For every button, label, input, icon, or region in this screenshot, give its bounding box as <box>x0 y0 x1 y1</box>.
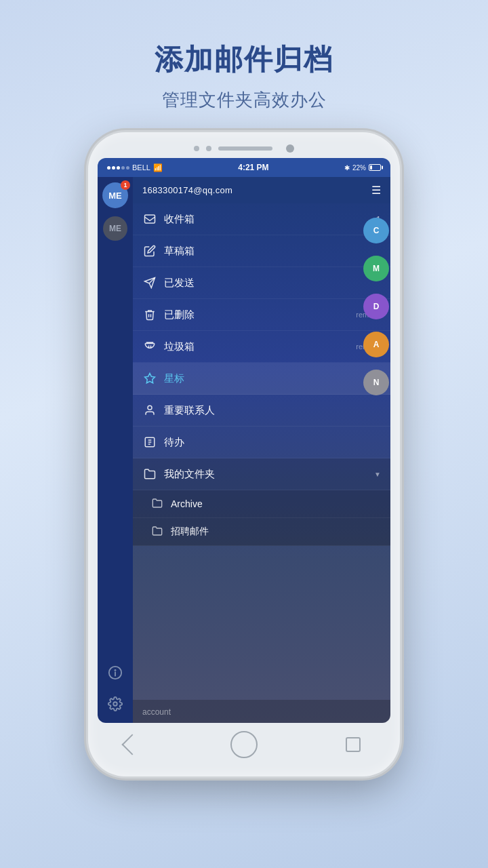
junk-item[interactable]: 垃圾箱 remove <box>133 331 390 363</box>
svg-point-8 <box>148 406 152 410</box>
inbox-item[interactable]: 收件箱 1 <box>133 203 390 235</box>
todo-icon <box>142 435 157 450</box>
starred-item[interactable]: 星标 <box>133 363 390 395</box>
recruit-folder-icon <box>152 526 164 538</box>
bottom-bar: account <box>133 700 390 723</box>
svg-rect-4 <box>145 215 155 223</box>
status-right: ✱ 22% <box>344 164 381 172</box>
settings-button[interactable] <box>103 692 127 716</box>
phone-screen: BELL 📶 4:21 PM ✱ 22% ME 1 ME <box>98 158 390 723</box>
menu-panel: 1683300174@qq.com ☰ 收件箱 1 <box>133 177 390 723</box>
camera-dot <box>286 144 294 153</box>
folders-chevron: ▼ <box>374 471 381 478</box>
nav-back-icon <box>121 734 142 755</box>
account-header: 1683300174@qq.com ☰ <box>133 177 390 203</box>
deleted-icon <box>142 307 157 322</box>
avatar-badge: 1 <box>121 180 130 190</box>
speaker-dot-2 <box>206 146 211 151</box>
folders-label: 我的文件夹 <box>164 468 371 481</box>
drafts-icon <box>142 243 157 258</box>
page-subtitle: 管理文件夹高效办公 <box>155 88 333 112</box>
signal-dot-5 <box>126 166 129 170</box>
time-display: 4:21 PM <box>238 163 268 172</box>
nav-home-button[interactable] <box>230 731 258 758</box>
speaker-bar <box>218 146 272 151</box>
wifi-icon: 📶 <box>153 163 163 172</box>
info-button[interactable] <box>103 660 127 685</box>
important-contacts-label: 重要联系人 <box>164 404 381 417</box>
account-email: 1683300174@qq.com <box>142 185 232 195</box>
todo-item[interactable]: 待办 <box>133 427 390 458</box>
page-header: 添加邮件归档 管理文件夹高效办公 <box>155 0 333 132</box>
signal-dot-3 <box>117 166 120 170</box>
battery-percent: 22% <box>352 164 366 172</box>
battery-icon <box>369 164 381 171</box>
phone-top-bar <box>98 144 390 153</box>
secondary-avatar-label: ME <box>109 224 121 233</box>
sent-icon <box>142 275 157 290</box>
page-title: 添加邮件归档 <box>155 41 333 79</box>
carrier-label: BELL <box>132 163 150 172</box>
status-bar: BELL 📶 4:21 PM ✱ 22% <box>98 158 390 177</box>
starred-icon <box>142 371 157 386</box>
starred-label: 星标 <box>164 372 381 385</box>
todo-label: 待办 <box>164 436 381 449</box>
archive-folder-label: Archive <box>171 498 203 509</box>
phone-bottom-nav <box>98 723 390 762</box>
status-left: BELL 📶 <box>107 163 163 172</box>
right-avatar-n[interactable]: N <box>363 370 389 395</box>
screen-content: ME 1 ME <box>98 177 390 723</box>
right-avatar-c[interactable]: C <box>363 218 389 243</box>
signal-dot-1 <box>107 166 110 170</box>
phone-frame: BELL 📶 4:21 PM ✱ 22% ME 1 ME <box>88 132 400 776</box>
right-avatar-m[interactable]: M <box>363 256 389 281</box>
archive-folder-icon <box>152 498 164 510</box>
recruit-folder-item[interactable]: 招聘邮件 <box>133 518 390 546</box>
deleted-item[interactable]: 已删除 remove <box>133 299 390 331</box>
nav-back-button[interactable] <box>125 734 145 755</box>
folders-icon <box>142 467 157 481</box>
secondary-avatar[interactable]: ME <box>103 216 127 241</box>
svg-marker-7 <box>145 374 155 383</box>
account-strip: ME 1 ME <box>98 177 133 723</box>
junk-label: 垃圾箱 <box>164 340 356 353</box>
inbox-label: 收件箱 <box>164 213 376 226</box>
nav-recent-icon <box>346 737 361 752</box>
sent-label: 已发送 <box>164 277 381 290</box>
primary-avatar-label: ME <box>108 191 122 201</box>
recruit-folder-label: 招聘邮件 <box>171 526 209 538</box>
battery-fill <box>370 165 372 170</box>
right-avatar-a[interactable]: A <box>363 332 389 357</box>
signal-dot-4 <box>121 166 125 170</box>
signal-dots <box>107 166 129 170</box>
folders-section: 我的文件夹 ▼ Archive <box>133 458 390 546</box>
junk-icon <box>142 339 157 354</box>
right-avatar-d[interactable]: D <box>363 294 389 319</box>
inbox-icon <box>142 212 157 226</box>
speaker-dot-1 <box>194 146 199 151</box>
account-label[interactable]: account <box>142 707 171 717</box>
menu-items: 收件箱 1 草稿箱 <box>133 203 390 700</box>
deleted-label: 已删除 <box>164 309 356 321</box>
archive-folder-item[interactable]: Archive <box>133 490 390 518</box>
signal-dot-2 <box>112 166 115 170</box>
important-contacts-item[interactable]: 重要联系人 <box>133 395 390 427</box>
drafts-label: 草稿箱 <box>164 245 381 258</box>
drafts-item[interactable]: 草稿箱 <box>133 235 390 267</box>
right-avatars: C M D A N <box>362 177 390 408</box>
bluetooth-icon: ✱ <box>344 164 350 172</box>
primary-avatar[interactable]: ME 1 <box>102 182 128 208</box>
folders-header[interactable]: 我的文件夹 ▼ <box>133 458 390 490</box>
nav-recent-button[interactable] <box>343 734 363 755</box>
sent-item[interactable]: 已发送 <box>133 267 390 299</box>
svg-point-3 <box>113 702 117 706</box>
important-contacts-icon <box>142 403 157 418</box>
